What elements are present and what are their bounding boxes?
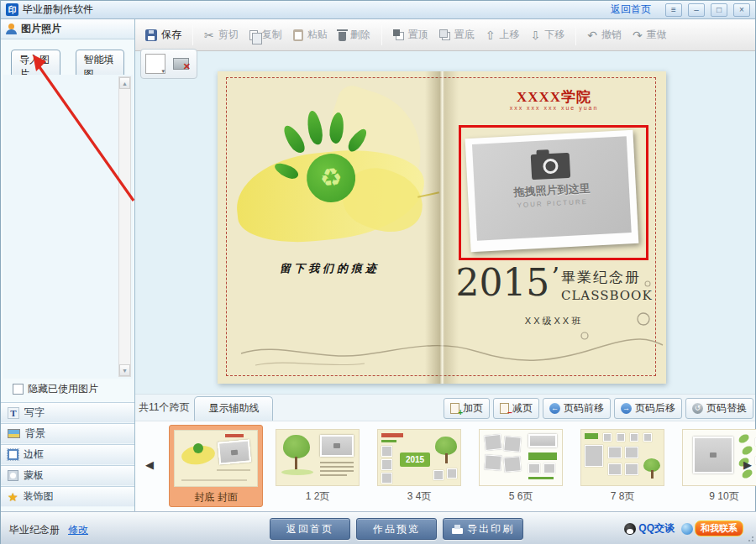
trash-icon <box>339 32 346 41</box>
export-print-button[interactable]: 导出印刷 <box>443 518 523 540</box>
app-logo-icon: 印 <box>6 3 18 16</box>
minimize-button[interactable]: – <box>688 3 705 17</box>
skin-menu-button[interactable]: ≡ <box>665 3 682 17</box>
picture-list[interactable]: ▲ ▼ <box>3 75 133 379</box>
sidebar-item-decoration[interactable]: ★ 装饰图 <box>1 486 134 507</box>
contact-me-link[interactable]: 和我联系 <box>681 520 743 536</box>
send-to-back-button[interactable]: 置底 <box>439 28 475 42</box>
modify-link[interactable]: 修改 <box>68 523 88 537</box>
sidebar-item-text[interactable]: T 写字 <box>1 402 134 423</box>
arrow-down-icon: ⇩ <box>530 29 540 41</box>
page-control-bar: 共11个跨页 显示辅助线 + 加页 − 减页 ← 页码前移 → 页码后移 ↺ 页… <box>135 394 755 421</box>
thumbnail-preview[interactable]: 2015 <box>377 429 461 486</box>
hide-used-checkbox-row[interactable]: 隐藏已使用图片 <box>13 382 98 396</box>
photo-placeholder-highlight[interactable]: 拖拽照片到这里 YOUR PICTURE <box>459 125 648 260</box>
save-button[interactable]: 保存 <box>145 28 181 42</box>
preview-button[interactable]: 作品预览 <box>356 518 437 540</box>
arrow-up-icon: ⇧ <box>486 29 496 41</box>
cut-button[interactable]: ✂ 剪切 <box>204 28 239 42</box>
thumbnail-preview[interactable] <box>479 429 563 486</box>
toolbar-separator <box>192 25 193 45</box>
page-forward-button[interactable]: ← 页码前移 <box>543 398 611 419</box>
paste-button[interactable]: 粘贴 <box>293 28 328 42</box>
page-left[interactable]: ♻ 留下我们的痕迹 <box>218 71 442 384</box>
qq-chat-label: QQ交谈 <box>638 521 675 536</box>
thumbnail-preview[interactable] <box>174 430 258 487</box>
main-toolbar: 保存 ✂ 剪切 复制 粘贴 删除 置顶 置底 ⇧ 上移 <box>135 19 755 51</box>
add-page-button[interactable]: + 加页 <box>444 398 490 419</box>
page-swap-button[interactable]: ↺ 页码替换 <box>685 398 753 419</box>
page-backward-button[interactable]: → 页码后移 <box>614 398 682 419</box>
move-up-button[interactable]: ⇧ 上移 <box>486 28 520 42</box>
copy-button[interactable]: 复制 <box>249 28 282 42</box>
camera-icon <box>531 153 571 180</box>
remove-image-button[interactable]: ✕ <box>170 54 192 74</box>
redo-label: 重做 <box>647 28 667 42</box>
scroll-right-icon[interactable]: ▶ <box>743 458 752 471</box>
copy-icon <box>249 30 258 40</box>
apostrophe: ’ <box>551 264 559 290</box>
save-label: 保存 <box>161 28 181 42</box>
footer-bar: 毕业纪念册 修改 返回首页 作品预览 导出印刷 QQ交谈 和我联系 <box>1 511 756 544</box>
window-title: 毕业册制作软件 <box>23 3 93 17</box>
thumbnail-label: 7 8页 <box>611 489 635 504</box>
sidebar-item-label: 蒙板 <box>24 468 44 483</box>
thumbnail-preview[interactable] <box>580 429 664 486</box>
thumbnail-preview[interactable] <box>682 429 756 486</box>
album-title-block: 2015 ’ 畢業纪念册 CLASSBOOK <box>442 264 666 303</box>
move-down-button[interactable]: ⇩ 下移 <box>530 28 564 42</box>
move-up-label: 上移 <box>499 28 519 42</box>
sidebar-item-background[interactable]: 背景 <box>1 423 134 444</box>
thumbnail-pages-5-6[interactable]: 5 6页 <box>474 425 568 507</box>
photo-placeholder[interactable]: 拖拽照片到这里 YOUR PICTURE <box>465 130 639 252</box>
redo-icon: ↷ <box>633 29 643 41</box>
remove-page-icon: − <box>500 403 509 414</box>
hide-used-checkbox[interactable] <box>13 384 24 395</box>
picture-list-scrollbar[interactable]: ▲ ▼ <box>118 76 131 377</box>
album-title-en: CLASSBOOK <box>561 288 653 303</box>
bring-front-icon <box>393 29 404 40</box>
close-button[interactable]: × <box>733 3 750 17</box>
scroll-down-icon[interactable]: ▼ <box>119 364 130 376</box>
background-icon <box>8 429 20 438</box>
album-title-cn: 畢業纪念册 <box>561 268 653 287</box>
bring-to-front-button[interactable]: 置顶 <box>393 28 428 42</box>
design-canvas[interactable]: ♻ 留下我们的痕迹 XXXX学院 xxx xxx xxx xue yuan 拖拽… <box>135 51 755 394</box>
maximize-button[interactable]: □ <box>711 3 727 17</box>
thumbnail-pages-1-2[interactable]: 1 2页 <box>270 425 365 507</box>
recycle-icon: ♻ <box>318 165 344 192</box>
remove-page-label: 减页 <box>512 401 533 416</box>
photo-drop-zone[interactable]: 拖拽照片到这里 YOUR PICTURE <box>472 136 632 240</box>
return-home-button[interactable]: 返回首页 <box>270 518 350 540</box>
scissors-icon: ✂ <box>204 29 214 41</box>
sidebar-item-mask[interactable]: 蒙板 <box>1 465 134 486</box>
sidebar-item-label: 背景 <box>25 426 45 441</box>
thumbnail-cover[interactable]: 封底 封面 <box>169 425 263 507</box>
resize-grip[interactable] <box>748 536 754 542</box>
arrow-left-icon: ← <box>549 403 560 414</box>
sidebar-item-label: 边框 <box>24 447 44 462</box>
page-backward-label: 页码后移 <box>635 401 675 416</box>
remove-page-button[interactable]: − 减页 <box>493 398 539 419</box>
return-home-link[interactable]: 返回首页 <box>611 3 651 17</box>
frame-icon <box>8 449 18 460</box>
export-print-label: 导出印刷 <box>467 522 514 536</box>
sidebar-item-border[interactable]: 边框 <box>1 444 134 465</box>
sidebar-item-label: 写字 <box>24 405 45 420</box>
delete-button[interactable]: 删除 <box>339 28 370 42</box>
undo-button[interactable]: ↶ 撤销 <box>587 28 622 42</box>
show-guides-tab[interactable]: 显示辅助线 <box>194 396 273 421</box>
thumbnail-pages-3-4[interactable]: 2015 3 4页 <box>372 425 466 507</box>
sidebar-item-label: 装饰图 <box>24 489 54 504</box>
page-right[interactable]: XXXX学院 xxx xxx xxx xue yuan 拖拽照片到这里 YOUR… <box>442 71 666 384</box>
thumbnail-pages-7-8[interactable]: 7 8页 <box>575 425 669 507</box>
copy-label: 复制 <box>262 28 282 42</box>
scroll-up-icon[interactable]: ▲ <box>119 77 130 89</box>
thumbnail-preview[interactable] <box>276 429 360 486</box>
page-background-button[interactable]: ▾ <box>145 54 165 74</box>
scroll-left-icon[interactable]: ◀ <box>145 458 154 471</box>
paste-icon <box>293 29 303 41</box>
book-spread[interactable]: ♻ 留下我们的痕迹 XXXX学院 xxx xxx xxx xue yuan 拖拽… <box>218 71 666 384</box>
qq-chat-link[interactable]: QQ交谈 <box>624 521 675 536</box>
redo-button[interactable]: ↷ 重做 <box>633 28 667 42</box>
